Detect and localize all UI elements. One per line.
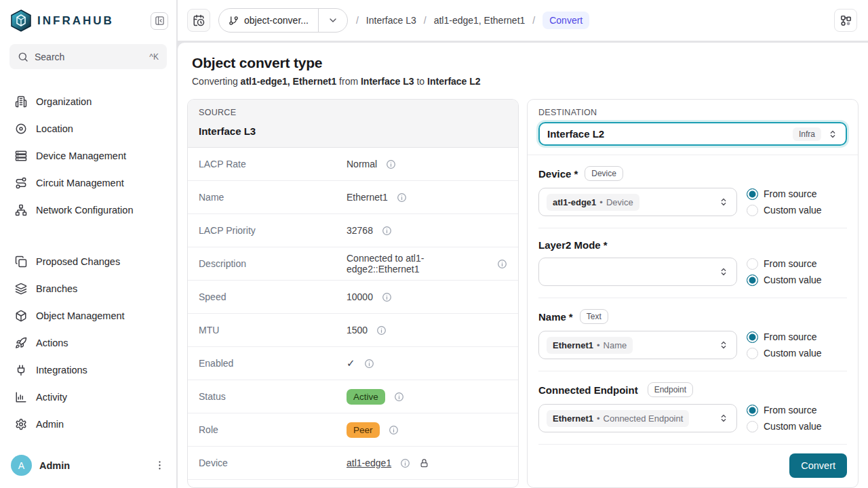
convert-button[interactable]: Convert	[789, 453, 847, 478]
info-icon[interactable]	[386, 159, 396, 169]
network-icon	[15, 204, 27, 216]
row-label: LACP Rate	[199, 159, 347, 169]
layers-icon	[15, 283, 27, 295]
info-icon[interactable]	[497, 259, 507, 269]
page-subtitle: Converting atl1-edge1, Ethernet1 from In…	[192, 76, 864, 87]
radio-from-source[interactable]: From source	[747, 188, 847, 200]
breadcrumb-convert-badge[interactable]: Convert	[542, 12, 589, 29]
sidebar-item-organization[interactable]: Organization	[7, 88, 170, 115]
breadcrumb-object[interactable]: atl1-edge1, Ethernet1	[434, 15, 526, 26]
chevron-up-down-icon	[827, 129, 838, 140]
selected-option-chip: Ethernet1•Connected Endpoint	[547, 410, 689, 427]
destination-type-select[interactable]: Interface L2 Infra	[538, 122, 847, 146]
radio-custom-value[interactable]: Custom value	[747, 421, 847, 432]
sidebar-item-label: Device Management	[36, 150, 126, 161]
device-source-toggle: From source Custom value	[747, 188, 847, 216]
field-layer2-mode: Layer2 Mode* From source Custom value	[538, 228, 847, 298]
sidebar-item-proposed-changes[interactable]: Proposed Changes	[7, 248, 170, 275]
info-icon[interactable]	[397, 192, 407, 203]
radio-from-source[interactable]: From source	[747, 331, 847, 343]
field-label: Connected Endpoint	[538, 384, 641, 396]
source-panel: SOURCE Interface L3 LACP Rate Normal Nam…	[187, 99, 519, 488]
source-row-speed: Speed 10000	[188, 281, 518, 314]
name-source-toggle: From source Custom value	[747, 331, 847, 359]
sidebar-item-label: Branches	[36, 283, 77, 294]
chevron-up-down-icon	[718, 340, 729, 350]
info-icon[interactable]	[394, 392, 404, 402]
selected-option-chip: atl1-edge1•Device	[547, 194, 639, 211]
building-icon	[15, 96, 27, 108]
search-shortcut: ^K	[149, 52, 159, 62]
source-row-lacp-rate: LACP Rate Normal	[188, 148, 518, 181]
info-icon[interactable]	[376, 325, 387, 336]
sidebar-item-object-management[interactable]: Object Management	[7, 302, 170, 329]
radio-label: Custom value	[764, 205, 822, 216]
branch-name: object-conver...	[244, 15, 309, 26]
sidebar-item-label: Object Management	[36, 310, 125, 321]
radio-custom-value[interactable]: Custom value	[747, 274, 847, 286]
radio-label: From source	[764, 405, 817, 415]
location-target-icon	[15, 123, 27, 135]
info-icon[interactable]	[400, 458, 410, 468]
source-label: SOURCE	[199, 108, 507, 117]
radio-dot	[747, 274, 758, 286]
breadcrumb-separator: /	[356, 15, 359, 26]
server-icon	[15, 150, 27, 162]
subtitle-to-type: Interface L2	[427, 76, 481, 87]
radio-from-source[interactable]: From source	[747, 258, 847, 270]
radio-label: From source	[764, 188, 817, 199]
info-icon[interactable]	[364, 359, 374, 369]
submit-row: Convert	[538, 445, 847, 487]
time-travel-button[interactable]	[187, 9, 210, 32]
radio-label: Custom value	[764, 274, 822, 285]
sidebar-item-activity[interactable]: Activity	[7, 384, 170, 411]
source-row-lacp-priority: LACP Priority 32768	[188, 214, 518, 247]
sidebar-item-admin[interactable]: Admin	[7, 411, 170, 438]
device-link[interactable]: atl1-edge1	[347, 458, 391, 468]
branch-selector-current[interactable]: object-conver...	[219, 9, 318, 32]
name-select[interactable]: Ethernet1•Name	[538, 331, 737, 359]
radio-custom-value[interactable]: Custom value	[747, 205, 847, 216]
branch-dropdown-button[interactable]	[319, 9, 347, 32]
connected-endpoint-select[interactable]: Ethernet1•Connected Endpoint	[538, 404, 737, 432]
radio-label: Custom value	[764, 348, 822, 359]
user-menu[interactable]: A Admin	[0, 447, 176, 488]
search-input[interactable]: Search ^K	[9, 44, 167, 69]
sidebar-collapse-button[interactable]	[151, 12, 168, 30]
radio-from-source[interactable]: From source	[747, 405, 847, 416]
sidebar-item-circuit-management[interactable]: Circuit Management	[7, 169, 170, 197]
field-label: Layer2 Mode*	[538, 239, 608, 251]
device-select[interactable]: atl1-edge1•Device	[538, 188, 737, 216]
sidebar-item-branches[interactable]: Branches	[7, 275, 170, 302]
branch-selector[interactable]: object-conver...	[218, 8, 348, 33]
sidebar-item-label: Network Configuration	[36, 205, 133, 216]
sidebar-item-integrations[interactable]: Integrations	[7, 357, 170, 384]
user-name: Admin	[39, 460, 70, 471]
sidebar-item-location[interactable]: Location	[7, 115, 170, 142]
info-icon[interactable]	[382, 226, 392, 236]
schema-button[interactable]	[834, 9, 857, 32]
source-row-status: Status Active	[188, 380, 518, 413]
sidebar-item-label: Admin	[36, 419, 64, 430]
schema-graph-icon	[840, 14, 852, 27]
rocket-icon	[15, 337, 27, 349]
radio-custom-value[interactable]: Custom value	[747, 348, 847, 359]
layer2-mode-select[interactable]	[538, 258, 737, 286]
sidebar-item-network-configuration[interactable]: Network Configuration	[7, 197, 170, 224]
field-name: Name* Text Ethernet1•Name From source Cu…	[538, 298, 847, 371]
breadcrumb-interface-l3[interactable]: Interface L3	[366, 15, 416, 26]
sidebar-item-label: Actions	[36, 338, 68, 348]
sidebar-item-actions[interactable]: Actions	[7, 329, 170, 357]
sidebar-item-device-management[interactable]: Device Management	[7, 142, 170, 169]
user-menu-button[interactable]	[154, 460, 165, 471]
sidebar-item-label: Location	[36, 123, 73, 134]
source-row-role: Role Peer	[188, 413, 518, 447]
info-icon[interactable]	[389, 425, 399, 435]
chevron-up-down-icon	[718, 266, 729, 277]
info-icon[interactable]	[382, 292, 392, 302]
row-label: Enabled	[199, 358, 347, 369]
topbar: object-conver... / Interface L3 / atl1-e…	[178, 0, 868, 41]
route-icon	[15, 177, 27, 189]
sidebar-item-label: Organization	[36, 96, 92, 107]
sidebar: INFRAHUB Search ^K Organization Location…	[0, 0, 176, 488]
